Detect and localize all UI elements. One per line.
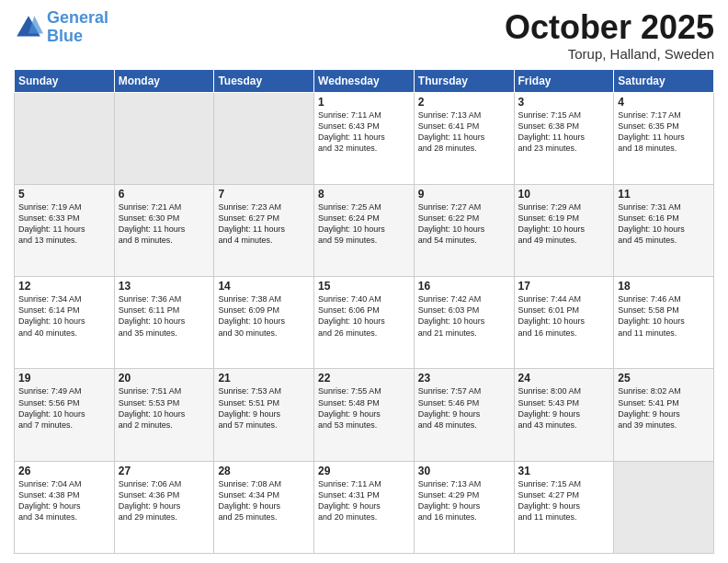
day-number: 26	[18, 465, 110, 477]
day-number: 19	[18, 372, 110, 385]
day-number: 11	[618, 188, 710, 201]
day-cell-0-0	[15, 92, 115, 184]
day-info: Sunrise: 7:51 AM Sunset: 5:53 PM Dayligh…	[119, 385, 210, 431]
day-cell-2-1: 13Sunrise: 7:36 AM Sunset: 6:11 PM Dayli…	[114, 277, 214, 369]
day-info: Sunrise: 7:15 AM Sunset: 6:38 PM Dayligh…	[518, 109, 610, 155]
day-info: Sunrise: 7:44 AM Sunset: 6:01 PM Dayligh…	[518, 293, 610, 339]
day-info: Sunrise: 7:19 AM Sunset: 6:33 PM Dayligh…	[18, 201, 110, 247]
day-info: Sunrise: 7:36 AM Sunset: 6:11 PM Dayligh…	[119, 293, 210, 339]
header-thursday: Thursday	[414, 69, 514, 92]
day-cell-4-6	[614, 461, 714, 553]
day-cell-2-6: 18Sunrise: 7:46 AM Sunset: 5:58 PM Dayli…	[614, 277, 714, 369]
day-number: 20	[119, 372, 210, 385]
day-cell-2-4: 16Sunrise: 7:42 AM Sunset: 6:03 PM Dayli…	[414, 277, 514, 369]
day-number: 29	[318, 465, 410, 477]
day-info: Sunrise: 7:15 AM Sunset: 4:27 PM Dayligh…	[518, 478, 610, 523]
day-info: Sunrise: 7:06 AM Sunset: 4:36 PM Dayligh…	[119, 478, 210, 523]
title-area: October 2025 Torup, Halland, Sweden	[505, 9, 714, 62]
day-info: Sunrise: 7:31 AM Sunset: 6:16 PM Dayligh…	[618, 201, 710, 247]
day-number: 18	[618, 280, 710, 293]
day-cell-0-3: 1Sunrise: 7:11 AM Sunset: 6:43 PM Daylig…	[314, 92, 415, 184]
day-cell-4-0: 26Sunrise: 7:04 AM Sunset: 4:38 PM Dayli…	[15, 461, 115, 553]
day-number: 30	[418, 465, 510, 477]
day-info: Sunrise: 7:46 AM Sunset: 5:58 PM Dayligh…	[618, 293, 710, 339]
day-number: 10	[518, 188, 610, 201]
logo: General Blue	[14, 9, 108, 46]
day-number: 15	[318, 280, 410, 293]
day-cell-4-1: 27Sunrise: 7:06 AM Sunset: 4:36 PM Dayli…	[114, 461, 214, 553]
day-cell-0-1	[114, 92, 214, 184]
day-cell-1-2: 7Sunrise: 7:23 AM Sunset: 6:27 PM Daylig…	[214, 184, 314, 276]
day-info: Sunrise: 7:04 AM Sunset: 4:38 PM Dayligh…	[18, 478, 110, 523]
logo-icon	[14, 13, 43, 42]
week-row-4: 26Sunrise: 7:04 AM Sunset: 4:38 PM Dayli…	[15, 461, 714, 553]
day-info: Sunrise: 8:02 AM Sunset: 5:41 PM Dayligh…	[618, 385, 710, 431]
day-number: 31	[518, 465, 610, 477]
weekday-header-row: Sunday Monday Tuesday Wednesday Thursday…	[15, 69, 714, 92]
week-row-1: 5Sunrise: 7:19 AM Sunset: 6:33 PM Daylig…	[15, 184, 714, 276]
day-info: Sunrise: 7:53 AM Sunset: 5:51 PM Dayligh…	[218, 385, 310, 431]
day-number: 25	[618, 372, 710, 385]
day-cell-1-4: 9Sunrise: 7:27 AM Sunset: 6:22 PM Daylig…	[414, 184, 514, 276]
day-number: 17	[518, 280, 610, 293]
day-number: 7	[218, 188, 310, 201]
day-number: 27	[119, 465, 210, 477]
day-info: Sunrise: 7:11 AM Sunset: 4:31 PM Dayligh…	[318, 478, 410, 523]
day-cell-1-5: 10Sunrise: 7:29 AM Sunset: 6:19 PM Dayli…	[514, 184, 614, 276]
header-wednesday: Wednesday	[314, 69, 415, 92]
day-cell-4-2: 28Sunrise: 7:08 AM Sunset: 4:34 PM Dayli…	[214, 461, 314, 553]
day-cell-4-4: 30Sunrise: 7:13 AM Sunset: 4:29 PM Dayli…	[414, 461, 514, 553]
day-number: 14	[218, 280, 310, 293]
header-friday: Friday	[514, 69, 614, 92]
day-cell-4-5: 31Sunrise: 7:15 AM Sunset: 4:27 PM Dayli…	[514, 461, 614, 553]
day-cell-0-2	[214, 92, 314, 184]
day-cell-1-0: 5Sunrise: 7:19 AM Sunset: 6:33 PM Daylig…	[15, 184, 115, 276]
day-info: Sunrise: 7:21 AM Sunset: 6:30 PM Dayligh…	[119, 201, 210, 247]
header-saturday: Saturday	[614, 69, 714, 92]
day-number: 5	[18, 188, 110, 201]
day-number: 16	[418, 280, 510, 293]
day-cell-3-0: 19Sunrise: 7:49 AM Sunset: 5:56 PM Dayli…	[15, 369, 115, 461]
week-row-3: 19Sunrise: 7:49 AM Sunset: 5:56 PM Dayli…	[15, 369, 714, 461]
day-info: Sunrise: 7:13 AM Sunset: 6:41 PM Dayligh…	[418, 109, 510, 155]
page: General Blue October 2025 Torup, Halland…	[0, 0, 728, 563]
day-cell-3-3: 22Sunrise: 7:55 AM Sunset: 5:48 PM Dayli…	[314, 369, 415, 461]
header-tuesday: Tuesday	[214, 69, 314, 92]
day-cell-2-0: 12Sunrise: 7:34 AM Sunset: 6:14 PM Dayli…	[15, 277, 115, 369]
day-cell-2-5: 17Sunrise: 7:44 AM Sunset: 6:01 PM Dayli…	[514, 277, 614, 369]
logo-line2: Blue	[47, 27, 83, 45]
header: General Blue October 2025 Torup, Halland…	[14, 9, 714, 62]
week-row-0: 1Sunrise: 7:11 AM Sunset: 6:43 PM Daylig…	[15, 92, 714, 184]
logo-line1: General	[47, 8, 108, 27]
day-number: 1	[318, 96, 410, 109]
month-title: October 2025	[505, 9, 714, 46]
day-cell-2-2: 14Sunrise: 7:38 AM Sunset: 6:09 PM Dayli…	[214, 277, 314, 369]
day-info: Sunrise: 7:38 AM Sunset: 6:09 PM Dayligh…	[218, 293, 310, 339]
day-cell-3-5: 24Sunrise: 8:00 AM Sunset: 5:43 PM Dayli…	[514, 369, 614, 461]
header-monday: Monday	[114, 69, 214, 92]
day-number: 12	[18, 280, 110, 293]
day-info: Sunrise: 7:55 AM Sunset: 5:48 PM Dayligh…	[318, 385, 410, 431]
day-info: Sunrise: 7:13 AM Sunset: 4:29 PM Dayligh…	[418, 478, 510, 523]
day-number: 2	[418, 96, 510, 109]
day-number: 21	[218, 372, 310, 385]
header-sunday: Sunday	[15, 69, 115, 92]
day-number: 24	[518, 372, 610, 385]
day-number: 3	[518, 96, 610, 109]
day-info: Sunrise: 7:17 AM Sunset: 6:35 PM Dayligh…	[618, 109, 710, 155]
day-cell-1-6: 11Sunrise: 7:31 AM Sunset: 6:16 PM Dayli…	[614, 184, 714, 276]
day-info: Sunrise: 7:40 AM Sunset: 6:06 PM Dayligh…	[318, 293, 410, 339]
day-info: Sunrise: 7:11 AM Sunset: 6:43 PM Dayligh…	[318, 109, 410, 155]
day-cell-0-4: 2Sunrise: 7:13 AM Sunset: 6:41 PM Daylig…	[414, 92, 514, 184]
day-info: Sunrise: 7:25 AM Sunset: 6:24 PM Dayligh…	[318, 201, 410, 247]
day-info: Sunrise: 7:08 AM Sunset: 4:34 PM Dayligh…	[218, 478, 310, 523]
day-number: 6	[119, 188, 210, 201]
day-cell-2-3: 15Sunrise: 7:40 AM Sunset: 6:06 PM Dayli…	[314, 277, 415, 369]
day-number: 22	[318, 372, 410, 385]
day-info: Sunrise: 7:29 AM Sunset: 6:19 PM Dayligh…	[518, 201, 610, 247]
day-cell-1-1: 6Sunrise: 7:21 AM Sunset: 6:30 PM Daylig…	[114, 184, 214, 276]
day-info: Sunrise: 8:00 AM Sunset: 5:43 PM Dayligh…	[518, 385, 610, 431]
day-info: Sunrise: 7:42 AM Sunset: 6:03 PM Dayligh…	[418, 293, 510, 339]
week-row-2: 12Sunrise: 7:34 AM Sunset: 6:14 PM Dayli…	[15, 277, 714, 369]
calendar-table: Sunday Monday Tuesday Wednesday Thursday…	[14, 69, 714, 554]
